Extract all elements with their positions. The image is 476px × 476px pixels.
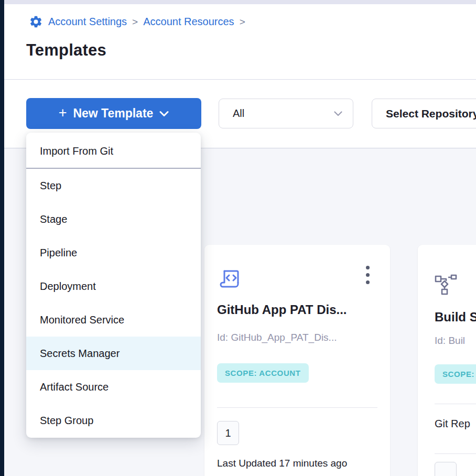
kebab-menu-icon[interactable] [360, 266, 375, 290]
template-type-filter-value: All [233, 107, 244, 120]
last-updated-text: Last Updated 17 minutes ago [217, 458, 347, 469]
breadcrumb-separator: > [240, 16, 245, 28]
new-template-button[interactable]: + New Template [26, 98, 201, 129]
git-repo-text: Git Rep [435, 418, 470, 430]
breadcrumb: Account Settings > Account Resources > [29, 15, 245, 29]
repository-filter[interactable]: Select Repository [372, 99, 476, 128]
page-title: Templates [26, 41, 106, 60]
stage-template-icon [435, 274, 458, 295]
step-template-icon [218, 267, 243, 292]
template-card-id: Id: GitHub_App_PAT_Dis... [217, 332, 337, 343]
new-template-menu: Import From Git Step Stage Pipeline Depl… [26, 133, 201, 438]
scope-badge: SCOPE: ACCOUNT [435, 364, 476, 384]
settings-gear-icon [29, 15, 43, 29]
template-type-filter[interactable]: All [219, 99, 353, 128]
menu-item-secrets-manager[interactable]: Secrets Manager [26, 337, 201, 370]
breadcrumb-separator: > [132, 16, 138, 28]
top-accent-bar [4, 0, 476, 4]
menu-item-stage[interactable]: Stage [26, 202, 201, 236]
breadcrumb-account-settings[interactable]: Account Settings [48, 16, 127, 28]
menu-item-artifact-source[interactable]: Artifact Source [26, 370, 201, 404]
version-chip[interactable]: 1 [217, 421, 239, 445]
menu-item-step[interactable]: Step [26, 169, 201, 202]
template-card-id: Id: Buil [435, 335, 465, 347]
card-divider [217, 407, 377, 408]
chevron-down-icon [334, 111, 342, 116]
menu-item-pipeline[interactable]: Pipeline [26, 236, 201, 269]
template-card-title: GitHub App PAT Dis... [217, 302, 347, 317]
card-divider [435, 453, 476, 454]
card-divider [435, 404, 476, 404]
scope-badge: SCOPE: ACCOUNT [217, 363, 309, 383]
menu-item-step-group[interactable]: Step Group [26, 404, 201, 437]
version-chip[interactable] [435, 462, 457, 476]
menu-item-deployment[interactable]: Deployment [26, 269, 201, 303]
template-card-github-app-pat[interactable]: GitHub App PAT Dis... Id: GitHub_App_PAT… [204, 245, 390, 476]
chevron-down-icon [159, 111, 169, 117]
page-header: Account Settings > Account Resources > T… [4, 4, 476, 80]
templates-page: Account Settings > Account Resources > T… [0, 0, 476, 476]
repository-filter-value: Select Repository [386, 107, 476, 120]
template-card-build-stage[interactable]: Build S Id: Buil SCOPE: ACCOUNT Git Rep [418, 245, 476, 476]
plus-icon: + [59, 106, 67, 120]
menu-item-monitored-service[interactable]: Monitored Service [26, 303, 201, 337]
template-card-title: Build S [435, 310, 476, 324]
menu-item-import-from-git[interactable]: Import From Git [26, 134, 201, 168]
breadcrumb-account-resources[interactable]: Account Resources [143, 16, 234, 28]
new-template-button-label: New Template [73, 106, 153, 121]
collapsed-sidebar-edge [0, 0, 4, 476]
